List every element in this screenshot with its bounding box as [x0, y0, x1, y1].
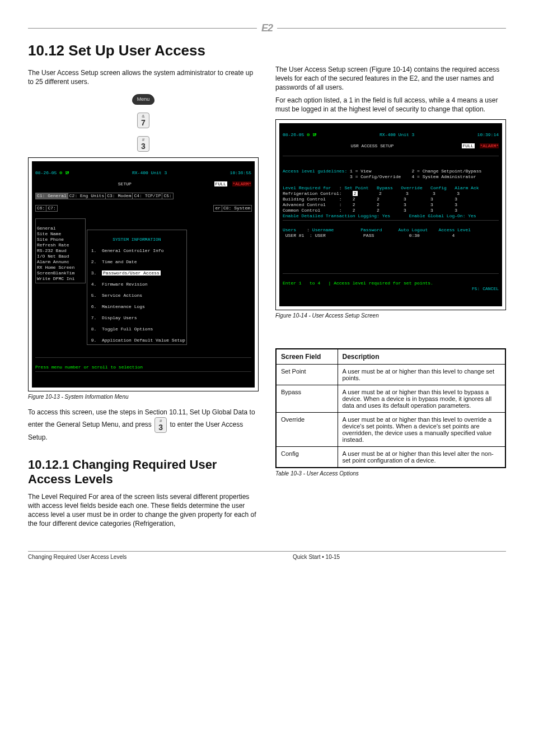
- figure-caption: Figure 10-13 - System Information Menu: [28, 394, 259, 400]
- key-shortcut-row: &7: [28, 113, 259, 128]
- table-row: Bypass A user must be at or higher than …: [276, 385, 505, 412]
- figure-caption: Figure 10-14 - User Access Setup Screen: [275, 312, 506, 319]
- table-row: Config A user must be at or higher than …: [276, 446, 505, 468]
- table-header: Screen Field: [276, 349, 338, 365]
- table-caption: Table 10-3 - User Access Options: [275, 470, 506, 477]
- section-title: 10.12 Set Up User Access: [28, 42, 506, 59]
- key-3-icon: #3: [137, 136, 149, 152]
- page-rule-top: E2: [28, 22, 506, 34]
- screenshot-user-access: 08-26-05 ⚙ 🖳RX-400 Unit 310:39:14 USR AC…: [275, 119, 506, 310]
- body-text: The User Access Setup screen (Figure 10-…: [275, 65, 506, 92]
- key-shortcut-row: Menu: [28, 94, 259, 105]
- subsection-title: 10.12.1 Changing Required User Access Le…: [28, 458, 259, 487]
- table-row: Set Point A user must be at or higher th…: [276, 364, 505, 385]
- brand-logo: E2: [261, 22, 273, 34]
- key-7-icon: &7: [137, 113, 149, 128]
- screenshot-setup: 08-26-05 ⚙ 🖳RX-400 Unit 310:36:55 SETUPF…: [28, 157, 259, 391]
- key-shortcut-row: #3: [28, 136, 259, 152]
- user-access-options-table: Screen Field Description Set Point A use…: [275, 348, 506, 468]
- intro-text: The User Access Setup screen allows the …: [28, 68, 259, 86]
- footer-center: Quick Start • 10-15: [293, 554, 340, 560]
- table-header: Description: [338, 349, 505, 365]
- body-text: For each option listed, a 1 in the field…: [275, 96, 506, 114]
- body-text: The Level Required For area of the scree…: [28, 492, 259, 529]
- key-3-icon: #3: [154, 417, 167, 433]
- body-text: To access this screen, use the steps in …: [28, 408, 259, 441]
- table-row: Override A user must be at or higher tha…: [276, 412, 505, 446]
- footer-left: Changing Required User Access Levels: [28, 554, 127, 560]
- menu-key-icon: Menu: [132, 94, 155, 105]
- page-footer: Changing Required User Access Levels Qui…: [28, 551, 506, 560]
